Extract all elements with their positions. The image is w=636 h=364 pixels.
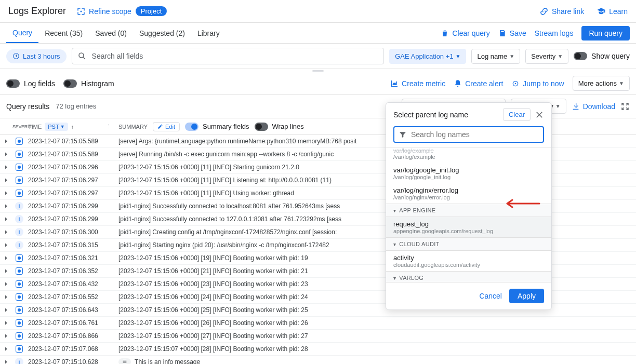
dialog-item[interactable]: activitycloudaudit.googleapis.com/activi… <box>386 251 551 271</box>
download-icon <box>572 102 580 111</box>
log-fields-toggle[interactable]: Log fields <box>6 79 55 88</box>
save-query[interactable]: Save <box>498 29 526 37</box>
run-query-button[interactable]: Run query <box>581 26 630 41</box>
annotation-arrow-icon <box>503 198 540 209</box>
severity-header[interactable]: SEVERITY <box>12 124 26 129</box>
refine-scope[interactable]: Refine scope <box>76 7 131 16</box>
histogram-label: Histogram <box>81 79 114 88</box>
log-row[interactable]: i2023-12-07 07:15:10.628 This is an info… <box>0 356 636 364</box>
edit-summary[interactable]: Edit <box>153 122 180 131</box>
search-icon <box>77 51 87 61</box>
expand-icon[interactable] <box>0 268 12 274</box>
close-icon[interactable] <box>535 110 544 119</box>
summary-cell: [2023-12-07 15:15:06 +0000] [26] [INFO] … <box>114 319 636 327</box>
expand-icon[interactable] <box>0 216 12 222</box>
time-cell: 2023-12-07 07:15:05.589 <box>26 151 114 158</box>
expand-icon[interactable] <box>0 229 12 235</box>
dialog-cancel-button[interactable]: Cancel <box>479 289 502 303</box>
expand-icon[interactable] <box>0 294 12 300</box>
sort-asc-icon[interactable]: ↑ <box>71 124 74 130</box>
time-cell: 2023-12-07 07:15:06.297 <box>26 177 114 184</box>
expand-icon[interactable] <box>0 320 12 326</box>
dialog-item[interactable]: var/log/example/var/log/example <box>386 147 551 163</box>
tab-recent[interactable]: Recent (35) <box>38 24 89 43</box>
log-row[interactable]: 2023-12-07 07:15:06.866[2023-12-07 15:15… <box>0 330 636 343</box>
save-label: Save <box>510 29 526 37</box>
dialog-item[interactable]: var/log/google_init.log/var/log/google_i… <box>386 163 551 183</box>
time-cell: 2023-12-07 07:15:06.432 <box>26 280 114 288</box>
chevron-down-icon: ▼ <box>456 53 461 59</box>
summary-fields-toggle[interactable]: Summary fields <box>185 123 249 131</box>
time-cell: 2023-12-07 07:15:06.321 <box>26 254 114 262</box>
summary-cell: [2023-12-07 15:15:06 +0000] [23] [INFO] … <box>114 280 636 288</box>
summary-cell: [2023-12-07 15:15:06 +0000] [27] [INFO] … <box>114 332 636 340</box>
histogram-toggle[interactable]: Histogram <box>63 79 114 88</box>
learn-link[interactable]: Learn <box>597 7 628 16</box>
time-cell: 2023-12-07 07:15:06.643 <box>26 306 114 314</box>
expand-icon[interactable] <box>0 281 12 287</box>
expand-icon[interactable] <box>0 190 12 196</box>
time-cell: 2023-12-07 07:15:06.866 <box>26 332 114 340</box>
dialog-group-header[interactable]: ▾VARLOG <box>386 271 551 282</box>
time-header[interactable]: TIME PST ▼ ↑ ⋮ <box>26 123 114 131</box>
share-label: Share link <box>552 7 584 16</box>
download[interactable]: Download <box>572 102 615 111</box>
dialog-list[interactable]: var/log/example/var/log/examplevar/log/g… <box>386 147 551 282</box>
clear-query[interactable]: Clear query <box>441 29 489 37</box>
svg-point-2 <box>79 53 84 58</box>
refine-scope-label: Refine scope <box>89 7 131 16</box>
expand-icon[interactable] <box>0 307 12 313</box>
expand-icon[interactable] <box>0 242 12 248</box>
drag-handle[interactable] <box>0 69 636 73</box>
expand-icon[interactable] <box>0 346 12 352</box>
scope-chip[interactable]: Project <box>136 6 167 16</box>
tab-query[interactable]: Query <box>6 23 38 43</box>
dialog-group-header[interactable]: ▾CLOUD AUDIT <box>386 237 551 251</box>
expand-icon[interactable] <box>0 151 12 157</box>
time-cell: 2023-12-07 07:15:05.589 <box>26 138 114 145</box>
tab-library[interactable]: Library <box>191 24 226 43</box>
expand-icon[interactable] <box>0 359 12 364</box>
dialog-clear-button[interactable]: Clear <box>503 108 531 121</box>
search-all-fields[interactable]: Search all fields <box>72 48 385 64</box>
learn-icon <box>597 7 606 16</box>
create-alert[interactable]: Create alert <box>454 79 503 88</box>
logname-dropdown[interactable]: Log name ▼ <box>471 49 520 64</box>
wrap-lines-toggle[interactable]: Wrap lines <box>255 123 304 131</box>
more-actions-dropdown[interactable]: More actions ▼ <box>573 76 630 91</box>
expand-icon[interactable] <box>0 255 12 261</box>
resource-label: GAE Application +1 <box>395 52 453 60</box>
resource-dropdown[interactable]: GAE Application +1 ▼ <box>389 49 466 64</box>
create-metric[interactable]: Create metric <box>390 79 445 88</box>
dialog-item[interactable]: request_logappengine.googleapis.com/requ… <box>386 217 551 237</box>
severity-dropdown[interactable]: Severity ▼ <box>525 49 568 64</box>
expand-icon[interactable] <box>0 138 12 144</box>
svg-point-0 <box>81 10 82 12</box>
dialog-search-input[interactable] <box>411 130 539 139</box>
jump-to-now[interactable]: Jump to now <box>511 79 564 88</box>
collapse-icon[interactable] <box>620 102 630 111</box>
dialog-apply-button[interactable]: Apply <box>509 289 544 303</box>
time-range-chip[interactable]: Last 3 hours <box>6 49 67 63</box>
expand-icon[interactable] <box>0 177 12 183</box>
severity-cell <box>12 267 26 275</box>
log-row[interactable]: 2023-12-07 07:15:06.761[2023-12-07 15:15… <box>0 317 636 330</box>
timezone-chip[interactable]: PST ▼ <box>45 123 68 131</box>
summary-header-label: SUMMARY <box>118 124 148 130</box>
show-query-toggle[interactable]: Show query <box>574 52 630 60</box>
chevron-down-icon: ▼ <box>619 80 624 86</box>
tab-saved[interactable]: Saved (0) <box>89 24 133 43</box>
log-row[interactable]: 2023-12-07 07:15:07.068[2023-12-07 15:15… <box>0 343 636 356</box>
tab-suggested[interactable]: Suggested (2) <box>133 24 191 43</box>
dialog-search[interactable] <box>393 126 544 143</box>
share-link[interactable]: Share link <box>539 7 584 16</box>
expand-icon[interactable] <box>0 203 12 209</box>
time-cell: 2023-12-07 07:15:06.315 <box>26 241 114 249</box>
time-cell: 2023-12-07 07:15:06.299 <box>26 203 114 210</box>
stream-logs[interactable]: Stream logs <box>535 29 574 37</box>
jump-label: Jump to now <box>523 79 564 88</box>
target-icon <box>511 79 520 88</box>
expand-icon[interactable] <box>0 333 12 339</box>
expand-icon[interactable] <box>0 164 12 170</box>
chevron-down-icon: ▼ <box>558 53 563 59</box>
